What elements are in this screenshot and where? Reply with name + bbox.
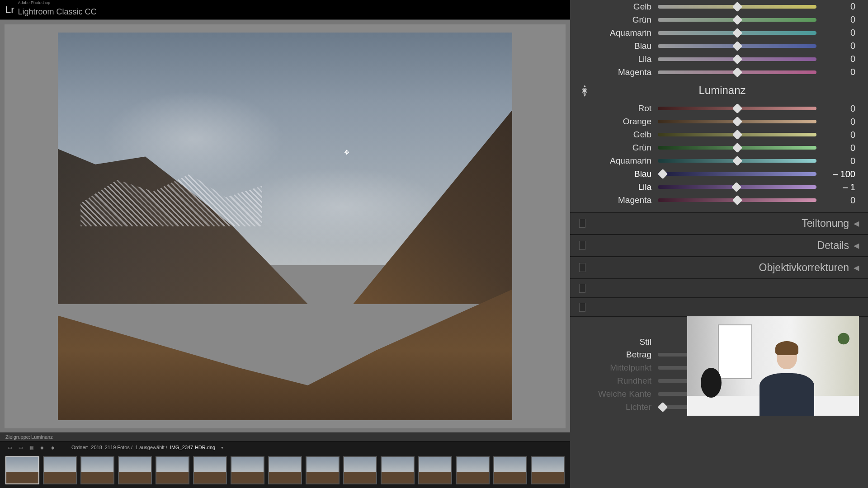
slider-thumb[interactable] xyxy=(732,54,742,64)
slider-lum-gelb[interactable]: Gelb 0 xyxy=(570,128,868,141)
nav-next-icon[interactable]: ◆ xyxy=(49,444,57,451)
slider-thumb[interactable] xyxy=(657,169,668,179)
slider-lum-magenta[interactable]: Magenta 0 xyxy=(570,194,868,207)
slider-thumb[interactable] xyxy=(732,1,742,12)
panel-objektivkorrekturen[interactable]: Objektivkorrekturen ◀ xyxy=(570,257,868,279)
slider-track[interactable] xyxy=(658,185,816,189)
panel-collapsed[interactable] xyxy=(570,279,868,298)
slider-sat-magenta[interactable]: Magenta 0 xyxy=(570,66,868,79)
slider-thumb[interactable] xyxy=(732,41,742,51)
thumbnail[interactable] xyxy=(193,456,227,484)
slider-track[interactable] xyxy=(658,57,816,61)
slider-value[interactable]: – 100 xyxy=(823,169,855,179)
canvas-area[interactable]: ✥ xyxy=(0,20,570,432)
slider-lum-aquamarin[interactable]: Aquamarin 0 xyxy=(570,155,868,168)
panel-details[interactable]: Details ◀ xyxy=(570,235,868,257)
nav-prev-icon[interactable]: ◆ xyxy=(38,444,46,451)
slider-track[interactable] xyxy=(658,120,816,123)
slider-value[interactable]: 0 xyxy=(823,195,855,206)
slider-lum-rot[interactable]: Rot 0 xyxy=(570,102,868,115)
slider-label: Gelb xyxy=(570,2,651,12)
panel-toggle-icon[interactable] xyxy=(579,284,585,293)
disclosure-icon[interactable]: ◀ xyxy=(854,241,859,250)
slider-thumb[interactable] xyxy=(732,130,742,140)
slider-track[interactable] xyxy=(658,70,816,74)
slider-value[interactable]: 0 xyxy=(823,14,855,25)
slider-lum-orange[interactable]: Orange 0 xyxy=(570,115,868,128)
grid-icon[interactable]: ▦ xyxy=(27,444,35,451)
slider-value[interactable]: 0 xyxy=(823,28,855,38)
thumbnail[interactable] xyxy=(306,456,340,484)
slider-thumb[interactable] xyxy=(657,402,668,412)
slider-thumb[interactable] xyxy=(732,117,742,127)
slider-track[interactable] xyxy=(658,159,816,163)
targeted-adjustment-tool-icon[interactable]: ▴ ◉ ▾ xyxy=(579,83,590,98)
panel-toggle-icon[interactable] xyxy=(579,241,585,250)
slider-thumb[interactable] xyxy=(731,182,741,192)
slider-value[interactable]: 0 xyxy=(823,1,855,12)
thumbnail[interactable] xyxy=(231,456,264,484)
thumbnail[interactable] xyxy=(493,456,527,484)
panel-toggle-icon[interactable] xyxy=(579,263,585,272)
thumbnail[interactable] xyxy=(5,456,39,484)
thumbnail[interactable] xyxy=(343,456,377,484)
slider-value[interactable]: 0 xyxy=(823,54,855,64)
thumbnail[interactable] xyxy=(156,456,189,484)
thumbnail[interactable] xyxy=(43,456,77,484)
slider-thumb[interactable] xyxy=(732,67,742,77)
slider-thumb[interactable] xyxy=(732,195,742,206)
selected-count: 1 ausgewählt / xyxy=(135,445,167,450)
slider-sat-blau[interactable]: Blau 0 xyxy=(570,39,868,52)
thumbnail[interactable] xyxy=(418,456,452,484)
slider-thumb[interactable] xyxy=(732,28,742,38)
panel-toggle-icon[interactable] xyxy=(579,303,585,312)
slider-lum-gruen[interactable]: Grün 0 xyxy=(570,141,868,155)
slider-sat-gruen[interactable]: Grün 0 xyxy=(570,13,868,26)
slider-sat-lila[interactable]: Lila 0 xyxy=(570,52,868,66)
panel-teiltonung[interactable]: Teiltonung ◀ xyxy=(570,212,868,235)
slider-track[interactable] xyxy=(658,198,816,202)
thumbnail[interactable] xyxy=(381,456,415,484)
slider-value[interactable]: 0 xyxy=(823,156,855,166)
filename: IMG_2347-HDR.dng xyxy=(170,445,215,450)
slider-lum-blau[interactable]: Blau – 100 xyxy=(570,168,868,181)
view-mode-2-icon[interactable]: ▭ xyxy=(16,444,24,451)
disclosure-icon[interactable]: ◀ xyxy=(854,219,859,228)
dropdown-icon[interactable]: ▾ xyxy=(218,444,226,451)
slider-value[interactable]: 0 xyxy=(823,117,855,127)
photo-count: 2119 Fotos / xyxy=(105,445,132,450)
slider-track[interactable] xyxy=(658,107,816,110)
slider-track[interactable] xyxy=(658,44,816,48)
thumbnail[interactable] xyxy=(456,456,490,484)
slider-value[interactable]: 0 xyxy=(823,130,855,140)
slider-value[interactable]: 0 xyxy=(823,103,855,114)
slider-value[interactable]: 0 xyxy=(823,143,855,153)
disclosure-icon[interactable]: ◀ xyxy=(854,263,859,272)
slider-track[interactable] xyxy=(658,146,816,150)
slider-thumb[interactable] xyxy=(732,14,742,25)
slider-sat-gelb[interactable]: Gelb 0 xyxy=(570,0,868,13)
slider-value[interactable]: – 1 xyxy=(823,182,855,192)
slider-track[interactable] xyxy=(658,18,816,22)
slider-track[interactable] xyxy=(658,172,816,176)
thumbnail[interactable] xyxy=(531,456,565,484)
slider-thumb[interactable] xyxy=(732,103,742,114)
slider-label: Weiche Kante xyxy=(570,389,651,399)
slider-track[interactable] xyxy=(658,133,816,136)
panel-collapsed[interactable] xyxy=(570,298,868,317)
slider-track[interactable] xyxy=(658,5,816,9)
thumbnail[interactable] xyxy=(80,456,114,484)
filmstrip[interactable] xyxy=(0,453,570,488)
thumbnail[interactable] xyxy=(118,456,152,484)
slider-thumb[interactable] xyxy=(732,143,742,153)
slider-track[interactable] xyxy=(658,31,816,35)
slider-lum-lila[interactable]: Lila – 1 xyxy=(570,181,868,194)
slider-thumb[interactable] xyxy=(732,156,742,166)
photo-preview[interactable]: ✥ xyxy=(58,33,512,420)
view-mode-1-icon[interactable]: ▭ xyxy=(5,444,14,451)
slider-sat-aquamarin[interactable]: Aquamarin 0 xyxy=(570,26,868,39)
slider-value[interactable]: 0 xyxy=(823,41,855,51)
panel-toggle-icon[interactable] xyxy=(579,219,585,228)
slider-value[interactable]: 0 xyxy=(823,67,855,77)
thumbnail[interactable] xyxy=(268,456,302,484)
